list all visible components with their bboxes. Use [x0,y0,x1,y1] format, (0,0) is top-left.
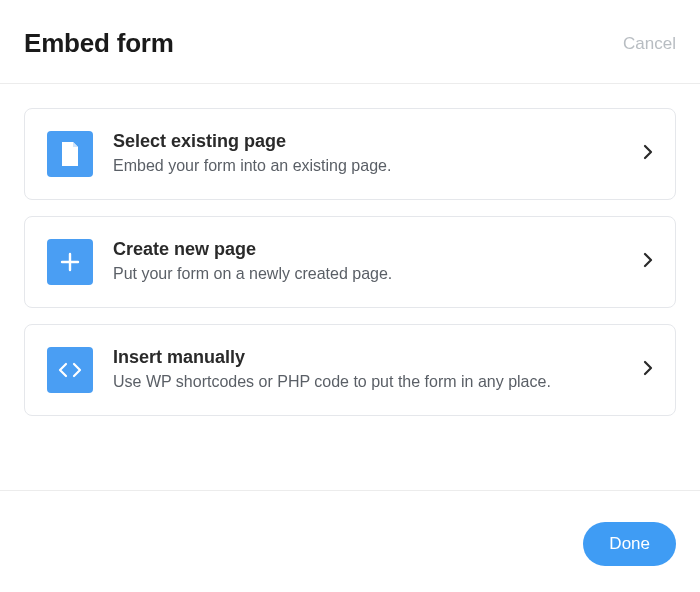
option-title: Insert manually [113,347,623,368]
cancel-button[interactable]: Cancel [623,34,676,54]
chevron-right-icon [643,360,653,380]
chevron-right-icon [643,252,653,272]
option-text: Select existing page Embed your form int… [113,131,623,177]
plus-icon [47,239,93,285]
options-list: Select existing page Embed your form int… [0,84,700,434]
page-icon [47,131,93,177]
done-button[interactable]: Done [583,522,676,566]
dialog-header: Embed form Cancel [0,0,700,83]
dialog-title: Embed form [24,28,174,59]
option-desc: Put your form on a newly created page. [113,264,623,285]
option-text: Create new page Put your form on a newly… [113,239,623,285]
chevron-right-icon [643,144,653,164]
option-text: Insert manually Use WP shortcodes or PHP… [113,347,623,393]
option-create-new-page[interactable]: Create new page Put your form on a newly… [24,216,676,308]
option-desc: Embed your form into an existing page. [113,156,623,177]
option-title: Create new page [113,239,623,260]
dialog-footer: Done [583,522,676,566]
option-title: Select existing page [113,131,623,152]
option-select-existing-page[interactable]: Select existing page Embed your form int… [24,108,676,200]
code-icon [47,347,93,393]
option-insert-manually[interactable]: Insert manually Use WP shortcodes or PHP… [24,324,676,416]
option-desc: Use WP shortcodes or PHP code to put the… [113,372,623,393]
divider [0,490,700,491]
